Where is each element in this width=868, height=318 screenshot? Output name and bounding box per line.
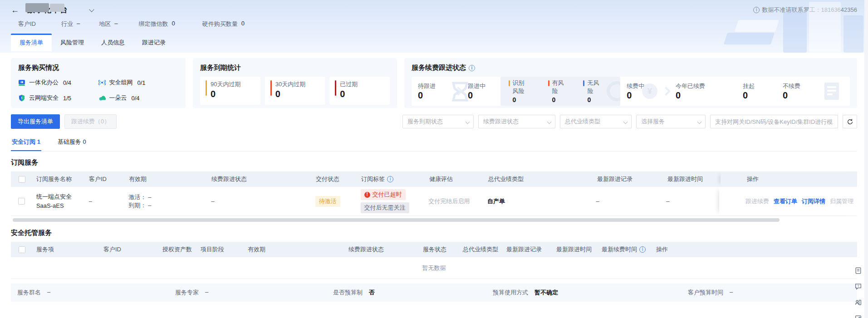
expiry-card-title: 服务到期统计 <box>200 64 390 72</box>
risk-no-risk: 无风险 0 <box>583 79 599 103</box>
tab-security-subscription[interactable]: 安全订阅 1 <box>11 135 41 151</box>
subscription-tags-cell: !交付已超时 交付后无需关注 <box>357 189 425 213</box>
contact-doc-icon[interactable] <box>853 298 863 307</box>
action-view-order[interactable]: 查看订单 <box>774 197 797 205</box>
color-bar <box>206 80 207 96</box>
stage-suspended: 挂起 0 <box>743 82 783 101</box>
svg-text:?: ? <box>857 284 859 288</box>
chevron-down-icon <box>697 120 702 124</box>
budget-info-bar: 服务群名 – 服务专家 – 是否预算制 否 预算使用方式 暂不确定 客户预算时间… <box>11 284 857 302</box>
info-icon[interactable]: i <box>387 176 393 182</box>
tab-basic-service[interactable]: 基础服务 0 <box>57 135 87 151</box>
select-all-checkbox[interactable] <box>19 176 25 183</box>
filter-agent-performance-type[interactable]: 总代业绩类型 <box>560 115 632 128</box>
customer-title-masked: 数字化平台 <box>27 5 68 15</box>
managed-table-header: 服务项 客户ID 授权资产数 项目阶段 有效期 续费跟进状态 服务状态 总代业绩… <box>11 242 857 257</box>
subscription-table-header: 订阅服务名称 客户ID 有效期 续费跟进状态 交付状态 订阅标签i 健康评估 总… <box>11 171 857 187</box>
purchase-card: 服务购买情况 一体化办公 0/4 安全组网 0/1 云网端安全 1/5 <box>11 58 186 108</box>
main-tab-bar: 服务清单 风险管理 人员信息 跟进记录 <box>11 34 868 51</box>
risk-identifying: 识别风险 0 <box>509 79 529 103</box>
risk-subpanel: 识别风险 0 有风险 0 无风险 0 <box>500 77 621 106</box>
expiry-card: 服务到期统计 90天内过期 0 30天内过期 0 已过期 0 <box>193 58 397 108</box>
subscription-table-row: 统一端点安全 SaaS-aES – 激活： – 到期： – – 待激活 !交付已… <box>11 187 857 216</box>
office-suite-icon <box>18 79 25 86</box>
info-wechat-count: 绑定微信数 0 <box>138 20 175 28</box>
info-icon[interactable]: i <box>469 65 475 71</box>
vertical-scrollbar[interactable] <box>864 0 868 318</box>
status-badge: 待激活 <box>315 196 340 207</box>
summary-cards: 服务购买情况 一体化办公 0/4 安全组网 0/1 云网端安全 1/5 <box>11 58 857 108</box>
purchase-card-title: 服务购买情况 <box>18 64 178 72</box>
row-actions: 跟进续费 查看订单 订阅详情 归属管理 <box>719 187 857 215</box>
chevron-down-icon <box>547 120 552 124</box>
tab-service-list[interactable]: 服务清单 <box>11 34 52 51</box>
service-group-name: 服务群名 – <box>17 289 175 297</box>
color-bar <box>548 80 549 86</box>
action-subscription-detail[interactable]: 订阅详情 <box>802 197 825 205</box>
purchase-item-one-cloud: 一朵云 0/4 <box>98 94 179 102</box>
renewal-status-cell: – <box>207 198 312 205</box>
customer-info-row: 客户ID 行业 – 地区 – 绑定微信数 0 硬件购买数量 0 <box>18 20 868 28</box>
chevron-down-icon <box>466 120 470 124</box>
filter-service-expiry-status[interactable]: 服务到期状态 <box>402 115 474 128</box>
performance-type-cell: 自产单 <box>484 197 593 205</box>
back-icon[interactable]: ← <box>11 6 19 14</box>
renewal-card: 服务续费跟进状态 i 待跟进 0 跟进中 0 识别风险 <box>404 58 857 108</box>
side-toolbar: ? <box>853 266 863 318</box>
chevron-separator <box>454 87 463 96</box>
service-name: 统一端点安全 SaaS-aES <box>33 192 85 210</box>
notice-text: 数据不准请联系罗工：18163642356 <box>762 6 857 14</box>
last-record-cell: – <box>593 198 663 205</box>
tab-personnel-info[interactable]: 人员信息 <box>93 34 133 51</box>
follow-renewal-button[interactable]: 跟进续费（0） <box>64 114 117 129</box>
expiry-90-days: 90天内过期 0 <box>200 77 260 105</box>
expiry-30-days: 30天内过期 0 <box>265 77 325 105</box>
is-budget-system: 是否预算制 否 <box>333 289 493 297</box>
tab-risk-management[interactable]: 风险管理 <box>52 34 93 51</box>
journal-icon[interactable] <box>853 266 863 275</box>
action-ownership-management[interactable]: 归属管理 <box>830 197 853 205</box>
yuan-coin-watermark-icon: ¥ <box>642 83 657 99</box>
action-follow-renewal[interactable]: 跟进续费 <box>745 197 769 205</box>
purchase-item-cloud-security: 云网端安全 1/5 <box>18 94 98 102</box>
health-cell: 交付完结后启用 <box>425 197 484 205</box>
stage-no-renewal: 不续费 0 <box>783 82 823 101</box>
info-customer-id: 客户ID <box>18 20 39 28</box>
info-hardware-count: 硬件购买数量 0 <box>202 20 245 28</box>
expiry-expired: 已过期 0 <box>329 77 390 105</box>
horizontal-scrollbar[interactable] <box>13 218 780 222</box>
last-time-cell: – <box>662 198 719 205</box>
select-all-checkbox[interactable] <box>19 246 25 253</box>
validity-cell: 激活： – 到期： – <box>125 193 208 210</box>
clock-watermark-icon <box>607 81 620 101</box>
receipt-watermark-icon <box>823 81 841 102</box>
fuzzy-search-input[interactable] <box>710 115 838 128</box>
stage-following: 跟进中 0 <box>468 82 500 101</box>
filter-select-service[interactable]: 选择服务 <box>636 115 706 128</box>
alert-icon: ! <box>364 192 370 198</box>
export-service-list-button[interactable]: 导出服务清单 <box>11 114 60 129</box>
alert-tag-badge: !交付已超时 <box>361 189 406 200</box>
muted-tag-badge: 交付后无需关注 <box>361 202 409 213</box>
filter-renewal-follow-status[interactable]: 续费跟进状态 <box>478 115 555 128</box>
stage-renewed-this-year: 今年已续费 0 <box>676 82 743 101</box>
color-bar <box>335 80 336 96</box>
color-bar <box>509 80 510 86</box>
managed-section-title: 安全托管服务 <box>11 229 857 237</box>
redaction-box <box>25 3 49 12</box>
row-checkbox[interactable] <box>18 198 25 205</box>
tab-follow-records[interactable]: 跟进记录 <box>133 34 174 51</box>
info-icon[interactable]: i <box>639 246 646 253</box>
budget-usage-mode: 预算使用方式 暂不确定 <box>493 289 688 297</box>
cloud-security-shield-icon <box>18 94 25 102</box>
refresh-button[interactable] <box>843 115 857 128</box>
subscription-section-title: 订阅服务 <box>11 158 857 167</box>
color-bar <box>583 80 584 86</box>
help-bubble-icon[interactable]: ? <box>853 282 863 291</box>
purchase-item-network: 安全组网 0/1 <box>98 78 179 87</box>
edit-note-icon[interactable] <box>853 313 863 318</box>
chevron-down-icon[interactable] <box>89 7 94 12</box>
list-toolbar: 导出服务清单 跟进续费（0） 服务到期状态 续费跟进状态 总代业绩类型 选择服务 <box>11 114 857 129</box>
chevron-down-icon <box>623 120 628 124</box>
refresh-icon <box>847 118 853 125</box>
